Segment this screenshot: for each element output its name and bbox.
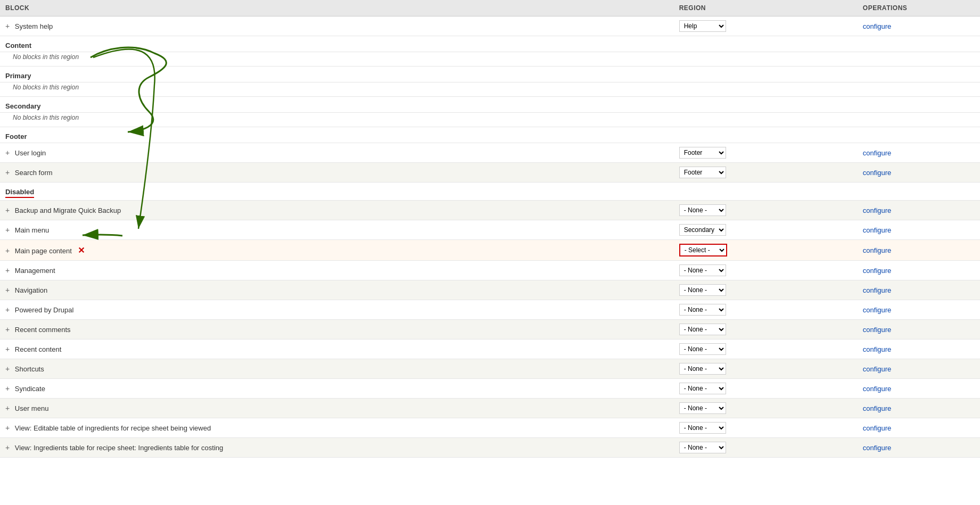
table-row: + Main menu - None - Help Content Primar… bbox=[0, 220, 980, 240]
ops-cell: configure bbox=[858, 261, 980, 280]
configure-link[interactable]: configure bbox=[863, 404, 891, 412]
section-label: Content bbox=[0, 36, 980, 52]
plus-icon: + bbox=[5, 148, 10, 157]
region-cell: - Select - - None - Help Content Primary… bbox=[674, 240, 858, 261]
secondary-no-blocks: No blocks in this region bbox=[0, 113, 980, 127]
region-cell: - None - Help Content Primary Secondary … bbox=[674, 418, 858, 438]
region-cell: - None - Help Content Primary Secondary … bbox=[674, 201, 858, 220]
region-select[interactable]: - None - Help Content Primary Secondary … bbox=[679, 442, 726, 453]
configure-link[interactable]: configure bbox=[863, 246, 891, 254]
block-cell: + Main menu bbox=[0, 220, 674, 240]
block-cell: + User menu bbox=[0, 399, 674, 418]
region-select[interactable]: Help Content Primary Secondary Footer - … bbox=[679, 167, 726, 178]
region-cell: Help Content Primary Secondary Footer - … bbox=[674, 143, 858, 163]
region-select[interactable]: Help Content Primary Secondary Footer - … bbox=[679, 20, 726, 32]
section-label: Footer bbox=[0, 127, 980, 143]
table-row: + Search form Help Content Primary Secon… bbox=[0, 163, 980, 183]
block-column-header: BLOCK bbox=[0, 0, 674, 16]
configure-link[interactable]: configure bbox=[863, 206, 891, 214]
configure-link[interactable]: configure bbox=[863, 169, 891, 177]
block-cell: + Recent comments bbox=[0, 320, 674, 340]
section-label: Secondary bbox=[0, 97, 980, 113]
section-header-primary: Primary bbox=[0, 67, 980, 82]
region-select[interactable]: - None - Help Content Primary Secondary … bbox=[679, 284, 726, 296]
region-select[interactable]: - None - Help Content Primary Secondary … bbox=[679, 304, 726, 316]
configure-link[interactable]: configure bbox=[863, 365, 891, 373]
ops-cell: configure bbox=[858, 201, 980, 220]
region-select[interactable]: - None - Help Content Primary Secondary … bbox=[679, 402, 726, 414]
section-header-footer: Footer bbox=[0, 127, 980, 143]
ops-cell: configure bbox=[858, 438, 980, 458]
table-row: + Shortcuts - None - Help Content Primar… bbox=[0, 359, 980, 379]
block-cell: + Management bbox=[0, 261, 674, 280]
region-column-header: REGION bbox=[674, 0, 858, 16]
region-cell: - None - Help Content Primary Secondary … bbox=[674, 438, 858, 458]
table-row: + Recent comments - None - Help Content … bbox=[0, 320, 980, 340]
primary-no-blocks: No blocks in this region bbox=[0, 82, 980, 97]
region-select[interactable]: - None - Help Content Primary Secondary … bbox=[679, 224, 726, 236]
table-row: + View: Editable table of ingredients fo… bbox=[0, 418, 980, 438]
region-select[interactable]: - None - Help Content Primary Secondary … bbox=[679, 383, 726, 394]
configure-link[interactable]: configure bbox=[863, 424, 891, 432]
block-name: Syndicate bbox=[15, 385, 45, 393]
block-name: Main menu bbox=[15, 226, 49, 234]
block-cell: + View: Ingredients table for recipe she… bbox=[0, 438, 674, 458]
configure-link[interactable]: configure bbox=[863, 226, 891, 234]
configure-link[interactable]: configure bbox=[863, 385, 891, 393]
block-cell: + Powered by Drupal bbox=[0, 300, 674, 320]
block-name: Management bbox=[15, 267, 55, 275]
block-cell: + Main page content ✕ bbox=[0, 240, 674, 261]
block-name: Main page content bbox=[15, 247, 72, 255]
region-select-highlighted[interactable]: - Select - - None - Help Content Primary… bbox=[679, 244, 727, 256]
region-select[interactable]: - None - Help Content Primary Secondary … bbox=[679, 363, 726, 375]
block-name: Shortcuts bbox=[15, 365, 44, 373]
region-select[interactable]: - None - Help Content Primary Secondary … bbox=[679, 343, 726, 355]
region-cell: - None - Help Content Primary Secondary … bbox=[674, 300, 858, 320]
configure-link[interactable]: configure bbox=[863, 267, 891, 275]
block-cell: + Navigation bbox=[0, 280, 674, 300]
block-name: Navigation bbox=[15, 286, 47, 294]
configure-link[interactable]: configure bbox=[863, 345, 891, 353]
region-cell: - None - Help Content Primary Secondary … bbox=[674, 220, 858, 240]
table-row: + Powered by Drupal - None - Help Conten… bbox=[0, 300, 980, 320]
plus-icon: + bbox=[5, 266, 10, 275]
configure-link[interactable]: configure bbox=[863, 286, 891, 294]
region-select[interactable]: - None - Help Content Primary Secondary … bbox=[679, 422, 726, 434]
section-header-disabled: Disabled bbox=[0, 183, 980, 201]
region-cell: - None - Help Content Primary Secondary … bbox=[674, 399, 858, 418]
plus-icon: + bbox=[5, 365, 10, 373]
table-row: + User menu - None - Help Content Primar… bbox=[0, 399, 980, 418]
region-select[interactable]: - None - Help Content Primary Secondary … bbox=[679, 264, 726, 276]
region-select[interactable]: - None - Help Content Primary Secondary … bbox=[679, 204, 726, 216]
ops-cell: configure bbox=[858, 359, 980, 379]
table-row: + Navigation - None - Help Content Prima… bbox=[0, 280, 980, 300]
plus-icon: + bbox=[5, 305, 10, 314]
region-select[interactable]: - None - Help Content Primary Secondary … bbox=[679, 324, 726, 335]
configure-link[interactable]: configure bbox=[863, 306, 891, 314]
block-name: Recent content bbox=[15, 345, 61, 353]
disabled-label: Disabled bbox=[5, 188, 34, 198]
ops-cell: configure bbox=[858, 220, 980, 240]
ops-cell: configure bbox=[858, 16, 980, 36]
configure-link[interactable]: configure bbox=[863, 149, 891, 157]
ops-cell: configure bbox=[858, 300, 980, 320]
configure-link[interactable]: configure bbox=[863, 22, 891, 30]
ops-cell: configure bbox=[858, 163, 980, 183]
block-cell: + Recent content bbox=[0, 340, 674, 359]
plus-icon: + bbox=[5, 345, 10, 353]
ops-cell: configure bbox=[858, 240, 980, 261]
plus-icon: + bbox=[5, 226, 10, 234]
block-name: View: Ingredients table for recipe sheet… bbox=[15, 444, 223, 452]
no-blocks-text: No blocks in this region bbox=[0, 52, 980, 67]
no-blocks-text: No blocks in this region bbox=[0, 82, 980, 97]
plus-icon: + bbox=[5, 404, 10, 412]
region-select[interactable]: Help Content Primary Secondary Footer - … bbox=[679, 147, 726, 159]
block-name: User menu bbox=[15, 404, 49, 412]
region-cell: Help Content Primary Secondary Footer - … bbox=[674, 163, 858, 183]
block-cell: + Shortcuts bbox=[0, 359, 674, 379]
section-label: Primary bbox=[0, 67, 980, 82]
block-name: Powered by Drupal bbox=[15, 306, 74, 314]
table-row: + Syndicate - None - Help Content Primar… bbox=[0, 379, 980, 399]
configure-link[interactable]: configure bbox=[863, 444, 891, 452]
configure-link[interactable]: configure bbox=[863, 326, 891, 334]
